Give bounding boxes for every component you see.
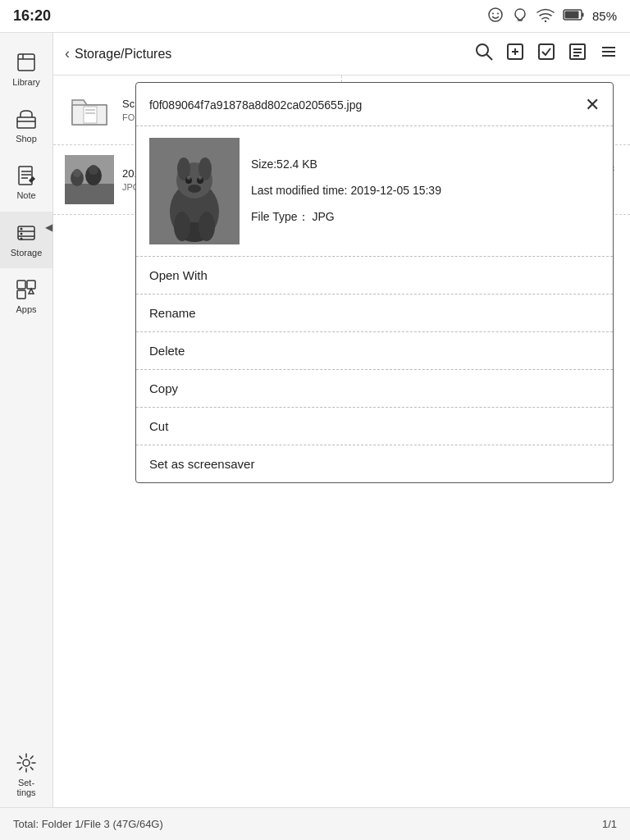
check-button[interactable] [536,42,556,66]
svg-marker-26 [29,289,34,294]
context-modal: f0f089064f7a91878a8d802ca0205655.jpg ✕ [135,82,614,483]
storage-icon [15,221,38,244]
svg-point-80 [187,176,190,180]
svg-point-79 [199,212,215,241]
modal-action-delete[interactable]: Delete [136,332,613,370]
shop-icon [15,107,38,130]
smiley-icon [487,7,504,26]
modal-action-open-with[interactable]: Open With [136,257,613,294]
svg-point-20 [21,227,23,230]
sidebar-note-label: Note [16,190,35,201]
add-button[interactable] [505,42,525,66]
svg-point-28 [477,44,488,56]
modal-header: f0f089064f7a91878a8d802ca0205655.jpg ✕ [136,83,613,126]
modal-dog-image [149,138,240,244]
modal-action-screensaver[interactable]: Set as screensaver [136,445,613,482]
sidebar-library-label: Library [12,77,40,88]
svg-point-58 [89,165,98,175]
modal-title: f0f089064f7a91878a8d802ca0205655.jpg [149,98,578,112]
svg-rect-11 [17,117,35,128]
search-button[interactable] [474,42,494,66]
sidebar-item-apps[interactable]: Apps [0,268,52,325]
svg-point-4 [545,20,546,21]
svg-line-29 [487,54,493,60]
wifi-icon [536,7,555,25]
modal-close-button[interactable]: ✕ [585,94,600,116]
back-button[interactable]: ‹ [65,45,70,62]
sidebar-storage-label: Storage [11,248,43,258]
note-icon [15,164,38,187]
modal-file-type: File Type： JPG [251,210,441,225]
menu-button[interactable] [599,42,619,66]
modal-image [149,138,240,244]
settings-icon [15,751,38,774]
svg-point-81 [199,176,202,180]
svg-point-2 [497,12,499,14]
modal-details: Size:52.4 KB Last modified time: 2019-12… [251,138,441,244]
top-actions [474,42,619,66]
folder-thumb-screenshots [65,85,114,135]
svg-point-76 [188,185,201,193]
bottom-bar-right: 1/1 [602,818,617,830]
sidebar: Library Shop Note Storage [0,33,53,807]
modal-action-rename[interactable]: Rename [136,294,613,332]
svg-point-78 [174,212,190,241]
bottom-bar: Total: Folder 1/File 3 (47G/64G) 1/1 [0,807,630,840]
lightbulb-icon [512,7,528,26]
status-time: 16:20 [13,7,51,25]
sidebar-item-library[interactable]: Library [0,41,52,98]
library-icon [15,51,38,74]
battery-text: 85% [592,9,617,23]
status-bar: 16:20 [0,0,630,33]
modal-info: Size:52.4 KB Last modified time: 2019-12… [136,126,613,257]
svg-rect-25 [17,290,25,299]
img2-thumbnail [65,155,114,204]
sidebar-item-storage[interactable]: Storage ◀ [0,212,52,268]
breadcrumb: ‹ Storage/Pictures [65,45,171,62]
svg-rect-7 [564,11,578,18]
svg-point-21 [21,232,23,235]
svg-rect-54 [65,184,114,204]
svg-rect-23 [17,281,25,289]
svg-rect-6 [582,12,584,16]
sidebar-item-settings[interactable]: Set-tings [0,742,52,807]
modal-action-cut[interactable]: Cut [136,408,613,445]
svg-point-27 [23,760,30,766]
modal-action-copy[interactable]: Copy [136,370,613,408]
svg-rect-33 [539,44,554,59]
svg-point-0 [489,8,502,21]
breadcrumb-path: Storage/Pictures [75,47,171,62]
sidebar-settings-label: Set-tings [16,778,35,797]
sidebar-shop-label: Shop [16,134,37,144]
sidebar-apps-label: Apps [16,304,36,315]
status-icons: 85% [487,7,617,26]
list-button[interactable] [568,42,587,66]
top-bar: ‹ Storage/Pictures [53,33,630,75]
file-thumb-img2 [65,155,114,204]
main-content: ‹ Storage/Pictures [53,33,630,807]
svg-point-1 [492,12,494,14]
sidebar-item-note[interactable]: Note [0,154,52,211]
svg-rect-8 [18,54,34,71]
svg-rect-13 [19,167,32,185]
battery-icon [563,8,584,25]
sidebar-item-shop[interactable]: Shop [0,98,52,154]
modal-last-modified: Last modified time: 2019-12-05 15:39 [251,184,441,197]
apps-icon [15,278,38,301]
svg-point-22 [21,237,23,240]
bottom-bar-left: Total: Folder 1/File 3 (47G/64G) [13,818,163,830]
modal-size: Size:52.4 KB [251,158,441,171]
svg-point-57 [73,169,81,177]
